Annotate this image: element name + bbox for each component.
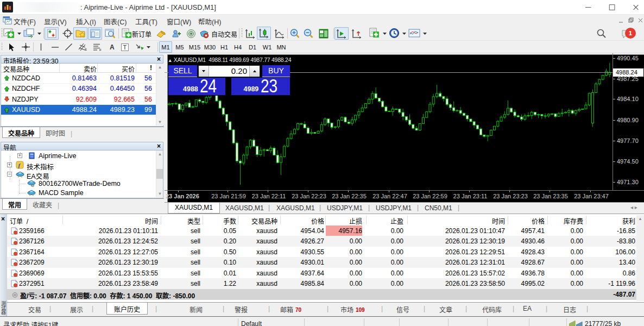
svg-text:F: F	[99, 48, 102, 52]
svg-text:A: A	[110, 43, 115, 51]
svg-text:E: E	[85, 48, 87, 51]
svg-text:T: T	[123, 44, 127, 51]
